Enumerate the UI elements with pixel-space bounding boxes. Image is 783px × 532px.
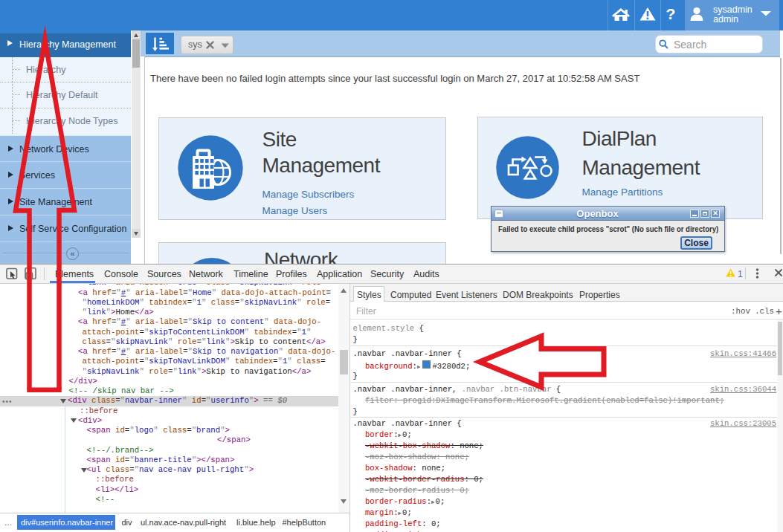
svg-text:1: 1	[738, 269, 743, 279]
svg-text:?: ?	[666, 5, 676, 22]
